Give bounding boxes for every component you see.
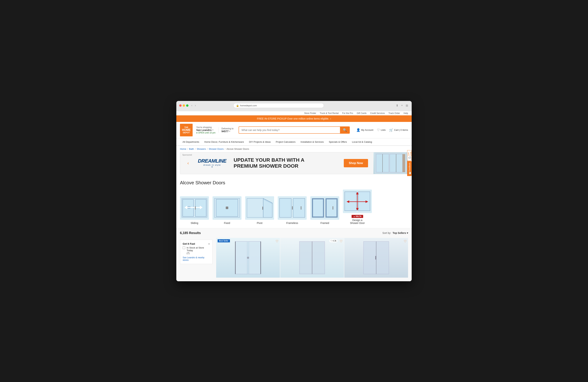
store-finder-link[interactable]: Store Finder: [304, 112, 316, 115]
nav-all-departments[interactable]: All Departments: [180, 138, 202, 146]
minimize-button[interactable]: [183, 104, 185, 107]
nav-local-ad[interactable]: Local Ad & Catalog: [349, 138, 375, 146]
maximize-button[interactable]: [186, 104, 189, 107]
store-name[interactable]: San Leandro ▾: [196, 129, 215, 132]
wishlist-button-2[interactable]: ♡: [340, 239, 342, 243]
svg-rect-17: [247, 198, 263, 217]
credit-services-link[interactable]: Credit Services: [370, 112, 385, 115]
truck-tool-rental-link[interactable]: Truck & Tool Rental: [320, 112, 338, 115]
sort-dropdown[interactable]: Top Sellers ▾: [393, 231, 408, 234]
dreamline-logo: DREAMLINE dream in style ®: [198, 158, 226, 168]
home-depot-logo[interactable]: THE HOME DEPOT: [180, 124, 193, 136]
breadcrumb-bath[interactable]: Bath: [189, 148, 194, 150]
svg-rect-16: [226, 207, 228, 209]
breadcrumb-sep-1: /: [187, 148, 188, 150]
svg-point-49: [247, 257, 249, 259]
products-layout: Get It Fast ∧ In Stock at Store Today (7…: [176, 238, 412, 281]
live-chat-widget[interactable]: 💬 Live Chat: [407, 150, 412, 161]
wishlist-button-1[interactable]: ♡: [275, 239, 278, 243]
dreamline-brand-name: DREAMLINE: [198, 158, 226, 164]
filter-option-in-stock[interactable]: In Stock at Store Today (7): [183, 245, 210, 256]
lock-icon: 🔒: [236, 104, 239, 107]
fixed-icon: [212, 196, 242, 220]
gift-cards-link[interactable]: Gift Cards: [357, 112, 366, 115]
product-card-3[interactable]: ♡: [344, 238, 408, 278]
filter-more-stores[interactable]: San Leandro & nearby stores: [183, 256, 210, 261]
category-pivot[interactable]: Pivot: [245, 196, 274, 225]
category-delta-label: Design aShower Door: [350, 219, 365, 225]
nav-installation[interactable]: Installation & Services: [298, 138, 326, 146]
nav-project-calculators[interactable]: Project Calculators: [273, 138, 298, 146]
track-order-link[interactable]: Track Order: [388, 112, 400, 115]
category-sliding-label: Sliding: [191, 222, 198, 225]
category-fixed-label: Fixed: [224, 222, 230, 225]
search-bar: 🔍: [239, 126, 350, 134]
search-button[interactable]: 🔍: [340, 126, 350, 134]
heart-icon: ♡: [377, 128, 380, 132]
filter-title-get-it-fast[interactable]: Get It Fast ∧: [183, 242, 210, 245]
breadcrumb-sep-3: /: [207, 148, 208, 150]
help-link[interactable]: Help: [403, 112, 408, 115]
promo-banner[interactable]: FREE IN-STORE PICKUP Over one million on…: [176, 115, 412, 122]
product-card-1[interactable]: Best Seller ♡: [216, 238, 280, 278]
svg-rect-52: [300, 242, 311, 273]
breadcrumb-shower-doors[interactable]: Shower Doors: [209, 148, 224, 150]
cart-icon: 🛒: [389, 128, 393, 132]
category-frameless-label: Frameless: [286, 222, 298, 225]
grid-button[interactable]: ⊞: [405, 103, 409, 108]
ad-image: [374, 152, 408, 174]
svg-rect-21: [279, 198, 291, 217]
svg-rect-3: [402, 154, 405, 172]
new-tab-button[interactable]: +: [400, 103, 403, 108]
nav-diy-projects[interactable]: DIY Projects & Ideas: [246, 138, 273, 146]
close-button[interactable]: [179, 104, 182, 107]
product-card-2[interactable]: ♡ 4.3k ♡: [280, 238, 344, 278]
svg-rect-32: [326, 216, 337, 217]
svg-rect-26: [312, 198, 324, 199]
forward-button[interactable]: ›: [194, 103, 196, 107]
lists-link[interactable]: ♡ Lists: [377, 128, 386, 132]
address-bar[interactable]: 🔒 homedepot.com: [233, 103, 324, 108]
feedback-widget[interactable]: 📝 Feedback: [407, 161, 412, 176]
category-delta[interactable]: ▲ DELTA Design aShower Door: [343, 190, 372, 225]
traffic-lights: [179, 104, 189, 107]
breadcrumb-showers[interactable]: Showers: [197, 148, 206, 150]
pivot-icon: [245, 196, 274, 220]
delivery-zip[interactable]: 94577 ▾: [221, 130, 233, 133]
store-info: You're shopping San Leandro ▾ OPEN until…: [196, 126, 215, 134]
nav-specials[interactable]: Specials & Offers: [326, 138, 349, 146]
sort-label: Sort by:: [382, 231, 391, 234]
nav-home-decor[interactable]: Home Decor, Furniture & Kitchenware: [202, 138, 246, 146]
ad-shop-now-button[interactable]: Shop Now: [344, 159, 368, 167]
my-account-link[interactable]: 👤 My Account: [356, 128, 373, 132]
for-pro-link[interactable]: For the Pro: [342, 112, 353, 115]
svg-rect-45: [235, 241, 247, 274]
svg-rect-27: [312, 216, 324, 217]
search-input[interactable]: [239, 126, 340, 134]
back-button[interactable]: ‹: [191, 103, 193, 107]
svg-rect-56: [375, 256, 376, 260]
sponsored-label: Sponsored: [182, 154, 192, 156]
breadcrumb-home[interactable]: Home: [180, 148, 186, 150]
results-section: 6,185 Results Sort by: Top Sellers ▾: [176, 228, 412, 238]
frameless-icon: [278, 196, 307, 220]
svg-rect-30: [326, 198, 337, 217]
ad-prev-button[interactable]: ‹: [186, 161, 191, 166]
category-fixed[interactable]: Fixed: [212, 196, 242, 225]
share-button[interactable]: ⬆: [395, 103, 399, 108]
category-sliding[interactable]: Sliding: [180, 196, 209, 225]
chat-icon: 💬: [408, 157, 411, 159]
svg-rect-46: [249, 241, 261, 274]
svg-rect-31: [326, 198, 337, 199]
url-text: homedepot.com: [240, 104, 257, 107]
category-frameless[interactable]: Frameless: [278, 196, 307, 225]
dreamline-tagline: dream in style: [203, 164, 221, 166]
category-framed[interactable]: Framed: [310, 196, 339, 225]
page-title: Alcove Shower Doors: [180, 180, 408, 186]
cart-link[interactable]: 🛒 Cart | 0 items: [389, 128, 408, 132]
wishlist-button-3[interactable]: ♡: [404, 239, 407, 243]
in-stock-checkbox[interactable]: [183, 247, 185, 249]
feedback-icon: 📝: [408, 172, 411, 174]
svg-rect-23: [292, 206, 293, 210]
delta-badge: ▲ DELTA: [352, 215, 363, 218]
